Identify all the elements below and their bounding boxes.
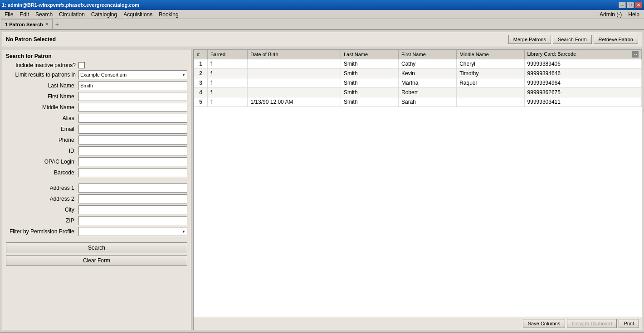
btn-area: Search Clear Form xyxy=(6,242,187,266)
lastname-input[interactable] xyxy=(78,81,187,90)
tab-add-button[interactable]: + xyxy=(53,19,62,29)
cell-barred: f xyxy=(208,78,248,88)
opac-login-input[interactable] xyxy=(78,157,187,166)
barcode-label: Barcode: xyxy=(6,169,78,176)
menu-bar: File Edit Search Circulation Cataloging … xyxy=(0,10,644,19)
cell-barred: f xyxy=(208,69,248,78)
middlename-input[interactable] xyxy=(78,103,187,112)
city-row: City: xyxy=(6,205,187,214)
maximize-button[interactable]: □ xyxy=(627,2,634,8)
cell-barcode: 99999389406 xyxy=(524,59,641,69)
close-button[interactable]: ✕ xyxy=(635,2,642,8)
search-form-button[interactable]: Search Form xyxy=(553,35,592,44)
table-row[interactable]: 5 f 1/13/90 12:00 AM Smith Sarah 9999930… xyxy=(194,97,642,107)
no-patron-label: No Patron Selected xyxy=(6,36,56,43)
filter-permission-dropdown[interactable]: ▼ xyxy=(78,227,187,236)
include-inactive-label: Include inactive patrons? xyxy=(6,62,78,68)
limit-results-dropdown[interactable]: Example Consortium ▼ xyxy=(78,70,187,79)
search-button[interactable]: Search xyxy=(6,242,187,253)
menu-search[interactable]: Search xyxy=(33,10,55,19)
menu-admin[interactable]: Admin (-) xyxy=(597,10,624,19)
alias-input[interactable] xyxy=(78,114,187,123)
cell-dob xyxy=(248,88,341,97)
limit-results-row: Limit results to patrons in Example Cons… xyxy=(6,70,187,79)
cell-lastname: Smith xyxy=(341,88,398,97)
table-body: 1 f Smith Cathy Cheryl 99999389406 2 f S… xyxy=(194,59,642,107)
city-input[interactable] xyxy=(78,205,187,214)
cell-dob: 1/13/90 12:00 AM xyxy=(248,97,341,107)
cell-firstname: Robert xyxy=(398,88,456,97)
id-input[interactable] xyxy=(78,146,187,155)
cell-num: 5 xyxy=(194,97,208,107)
opac-login-row: OPAC Login: xyxy=(6,157,187,166)
cell-lastname: Smith xyxy=(341,97,398,107)
menu-circulation[interactable]: Circulation xyxy=(56,10,88,19)
menu-file[interactable]: File xyxy=(2,10,16,19)
barcode-input[interactable] xyxy=(78,168,187,177)
cell-lastname: Smith xyxy=(341,59,398,69)
menu-help[interactable]: Help xyxy=(625,10,642,19)
col-barcode: Library Card: Barcode ⇔ xyxy=(524,50,641,59)
tab-label: 1 Patron Search xyxy=(5,22,43,27)
tab-close-icon[interactable]: ✕ xyxy=(45,22,49,27)
save-columns-button[interactable]: Save Columns xyxy=(523,319,566,328)
limit-results-label: Limit results to patrons in xyxy=(6,72,78,78)
col-lastname: Last Name xyxy=(341,50,398,59)
cell-barcode: 99999394646 xyxy=(524,69,641,78)
main-content: No Patron Selected Merge Patrons Search … xyxy=(0,30,644,332)
zip-row: ZIP: xyxy=(6,216,187,225)
clear-form-button[interactable]: Clear Form xyxy=(6,255,187,266)
zip-input[interactable] xyxy=(78,216,187,225)
lastname-label: Last Name: xyxy=(6,82,78,89)
firstname-input[interactable] xyxy=(78,92,187,101)
phone-input[interactable] xyxy=(78,135,187,145)
address1-input[interactable] xyxy=(78,183,187,193)
address2-input[interactable] xyxy=(78,194,187,203)
minimize-button[interactable]: ─ xyxy=(619,2,626,8)
menu-cataloging[interactable]: Cataloging xyxy=(88,10,120,19)
col-resize-icon[interactable]: ⇔ xyxy=(632,51,639,58)
table-row[interactable]: 3 f Smith Martha Raquel 99999394964 xyxy=(194,78,642,88)
table-row[interactable]: 4 f Smith Robert 99999362675 xyxy=(194,88,642,97)
col-num: # xyxy=(194,50,208,59)
table-row[interactable]: 2 f Smith Kevin Timothy 99999394646 xyxy=(194,69,642,78)
merge-patrons-button[interactable]: Merge Patrons xyxy=(508,35,551,44)
include-inactive-checkbox[interactable] xyxy=(78,62,85,68)
search-panel: Search for Patron Include inactive patro… xyxy=(2,49,191,330)
cell-dob xyxy=(248,59,341,69)
copy-clipboard-button[interactable]: Copy to Clipboard xyxy=(567,319,617,328)
cell-lastname: Smith xyxy=(341,69,398,78)
email-row: Email: xyxy=(6,125,187,134)
print-button[interactable]: Print xyxy=(619,319,639,328)
menu-acquisitions[interactable]: Acquisitions xyxy=(121,10,155,19)
cell-dob xyxy=(248,69,341,78)
cell-barcode: 99999303411 xyxy=(524,97,641,107)
filter-permission-label: Filter by Permission Profile: xyxy=(6,228,78,235)
alias-row: Alias: xyxy=(6,114,187,123)
cell-barred: f xyxy=(208,88,248,97)
tab-bar: 1 Patron Search ✕ + xyxy=(0,19,644,30)
opac-login-label: OPAC Login: xyxy=(6,159,78,165)
title-bar-text: 1: admin@BR1-winxpvmfx.phasefx.evergreen… xyxy=(2,2,139,8)
cell-dob xyxy=(248,78,341,88)
cell-num: 1 xyxy=(194,59,208,69)
tab-patron-search[interactable]: 1 Patron Search ✕ xyxy=(1,19,53,29)
cell-firstname: Martha xyxy=(398,78,456,88)
results-table: # Barred Date of Birth Last Name First N… xyxy=(194,49,642,317)
table-row[interactable]: 1 f Smith Cathy Cheryl 99999389406 xyxy=(194,59,642,69)
lastname-row: Last Name: xyxy=(6,81,187,90)
retrieve-patron-button[interactable]: Retrieve Patron xyxy=(594,35,638,44)
cell-middlename xyxy=(457,88,524,97)
email-input[interactable] xyxy=(78,125,187,134)
address1-label: Address 1: xyxy=(6,185,78,191)
cell-middlename: Raquel xyxy=(457,78,524,88)
col-dob: Date of Birth xyxy=(248,50,341,59)
middlename-row: Middle Name: xyxy=(6,103,187,112)
cell-middlename xyxy=(457,97,524,107)
menu-booking[interactable]: Booking xyxy=(156,10,181,19)
cell-lastname: Smith xyxy=(341,78,398,88)
cell-num: 4 xyxy=(194,88,208,97)
cell-firstname: Cathy xyxy=(398,59,456,69)
middlename-label: Middle Name: xyxy=(6,104,78,111)
menu-edit[interactable]: Edit xyxy=(17,10,32,19)
